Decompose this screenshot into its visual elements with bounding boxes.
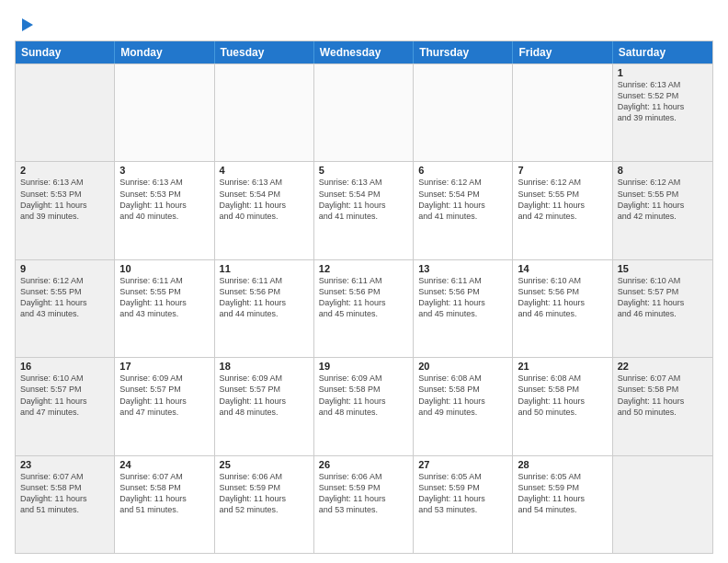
day-info: Sunrise: 6:11 AM Sunset: 5:55 PM Dayligh…: [119, 275, 209, 320]
day-number: 25: [220, 459, 309, 470]
calendar-cell: 10Sunrise: 6:11 AM Sunset: 5:55 PM Dayli…: [115, 260, 214, 357]
calendar-grid: SundayMondayTuesdayWednesdayThursdayFrid…: [15, 40, 713, 554]
calendar-cell: 16Sunrise: 6:10 AM Sunset: 5:57 PM Dayli…: [16, 358, 115, 454]
day-number: 23: [20, 459, 109, 470]
weekday-header: Tuesday: [215, 41, 314, 63]
day-number: 24: [119, 459, 209, 470]
logo: [15, 15, 37, 35]
calendar-body: 1Sunrise: 6:13 AM Sunset: 5:52 PM Daylig…: [16, 63, 712, 553]
calendar-row: 9Sunrise: 6:12 AM Sunset: 5:55 PM Daylig…: [16, 259, 712, 357]
day-info: Sunrise: 6:13 AM Sunset: 5:54 PM Dayligh…: [319, 177, 408, 222]
calendar-cell: 27Sunrise: 6:05 AM Sunset: 5:59 PM Dayli…: [414, 456, 513, 553]
day-info: Sunrise: 6:12 AM Sunset: 5:55 PM Dayligh…: [618, 177, 708, 222]
day-number: 8: [618, 165, 708, 176]
weekday-header: Thursday: [414, 41, 513, 63]
day-number: 28: [518, 459, 607, 470]
calendar-row: 23Sunrise: 6:07 AM Sunset: 5:58 PM Dayli…: [16, 455, 712, 553]
day-info: Sunrise: 6:12 AM Sunset: 5:55 PM Dayligh…: [518, 177, 607, 222]
day-info: Sunrise: 6:08 AM Sunset: 5:58 PM Dayligh…: [518, 373, 607, 418]
calendar-cell: 17Sunrise: 6:09 AM Sunset: 5:57 PM Dayli…: [115, 358, 214, 454]
day-info: Sunrise: 6:09 AM Sunset: 5:57 PM Dayligh…: [119, 373, 209, 418]
calendar-cell: 25Sunrise: 6:06 AM Sunset: 5:59 PM Dayli…: [215, 456, 314, 553]
day-info: Sunrise: 6:07 AM Sunset: 5:58 PM Dayligh…: [618, 373, 708, 418]
calendar-cell: 23Sunrise: 6:07 AM Sunset: 5:58 PM Dayli…: [16, 456, 115, 553]
day-info: Sunrise: 6:06 AM Sunset: 5:59 PM Dayligh…: [319, 471, 408, 516]
day-number: 18: [220, 361, 309, 372]
calendar-cell: [613, 456, 712, 553]
weekday-header: Wednesday: [314, 41, 414, 63]
day-number: 5: [319, 165, 408, 176]
day-number: 12: [319, 263, 408, 274]
calendar-cell: [414, 64, 513, 161]
day-number: 10: [119, 263, 209, 274]
day-number: 4: [220, 165, 309, 176]
calendar-cell: 7Sunrise: 6:12 AM Sunset: 5:55 PM Daylig…: [513, 162, 612, 259]
calendar-cell: 28Sunrise: 6:05 AM Sunset: 5:59 PM Dayli…: [513, 456, 612, 553]
day-number: 27: [418, 459, 507, 470]
calendar-cell: 21Sunrise: 6:08 AM Sunset: 5:58 PM Dayli…: [513, 358, 612, 454]
day-number: 7: [518, 165, 607, 176]
calendar-cell: 14Sunrise: 6:10 AM Sunset: 5:56 PM Dayli…: [513, 260, 612, 357]
calendar-cell: 11Sunrise: 6:11 AM Sunset: 5:56 PM Dayli…: [215, 260, 314, 357]
calendar-cell: 3Sunrise: 6:13 AM Sunset: 5:53 PM Daylig…: [115, 162, 214, 259]
day-info: Sunrise: 6:11 AM Sunset: 5:56 PM Dayligh…: [220, 275, 309, 320]
calendar-cell: 20Sunrise: 6:08 AM Sunset: 5:58 PM Dayli…: [414, 358, 513, 454]
calendar-cell: 9Sunrise: 6:12 AM Sunset: 5:55 PM Daylig…: [16, 260, 115, 357]
day-number: 11: [220, 263, 309, 274]
day-number: 1: [618, 67, 708, 78]
weekday-header: Saturday: [613, 41, 712, 63]
day-number: 17: [119, 361, 209, 372]
calendar-cell: [215, 64, 314, 161]
day-info: Sunrise: 6:07 AM Sunset: 5:58 PM Dayligh…: [20, 471, 109, 516]
day-number: 19: [319, 361, 408, 372]
calendar-cell: 22Sunrise: 6:07 AM Sunset: 5:58 PM Dayli…: [613, 358, 712, 454]
day-info: Sunrise: 6:13 AM Sunset: 5:53 PM Dayligh…: [20, 177, 109, 222]
page-header: [15, 11, 713, 35]
logo-icon: [17, 15, 37, 35]
day-number: 14: [518, 263, 607, 274]
day-info: Sunrise: 6:05 AM Sunset: 5:59 PM Dayligh…: [418, 471, 507, 516]
day-info: Sunrise: 6:10 AM Sunset: 5:57 PM Dayligh…: [20, 373, 109, 418]
day-info: Sunrise: 6:10 AM Sunset: 5:56 PM Dayligh…: [518, 275, 607, 320]
calendar-cell: 13Sunrise: 6:11 AM Sunset: 5:56 PM Dayli…: [414, 260, 513, 357]
calendar-cell: 2Sunrise: 6:13 AM Sunset: 5:53 PM Daylig…: [16, 162, 115, 259]
calendar-cell: [513, 64, 612, 161]
calendar-cell: [16, 64, 115, 161]
calendar-cell: 15Sunrise: 6:10 AM Sunset: 5:57 PM Dayli…: [613, 260, 712, 357]
day-number: 15: [618, 263, 708, 274]
calendar-cell: 19Sunrise: 6:09 AM Sunset: 5:58 PM Dayli…: [314, 358, 414, 454]
calendar-cell: 18Sunrise: 6:09 AM Sunset: 5:57 PM Dayli…: [215, 358, 314, 454]
day-info: Sunrise: 6:13 AM Sunset: 5:53 PM Dayligh…: [119, 177, 209, 222]
day-info: Sunrise: 6:11 AM Sunset: 5:56 PM Dayligh…: [319, 275, 408, 320]
day-info: Sunrise: 6:13 AM Sunset: 5:54 PM Dayligh…: [220, 177, 309, 222]
day-info: Sunrise: 6:13 AM Sunset: 5:52 PM Dayligh…: [618, 79, 708, 124]
calendar-cell: 24Sunrise: 6:07 AM Sunset: 5:58 PM Dayli…: [115, 456, 214, 553]
calendar-cell: 6Sunrise: 6:12 AM Sunset: 5:54 PM Daylig…: [414, 162, 513, 259]
day-number: 26: [319, 459, 408, 470]
day-number: 6: [418, 165, 507, 176]
weekday-header: Sunday: [16, 41, 115, 63]
day-info: Sunrise: 6:09 AM Sunset: 5:58 PM Dayligh…: [319, 373, 408, 418]
calendar-row: 1Sunrise: 6:13 AM Sunset: 5:52 PM Daylig…: [16, 63, 712, 161]
calendar-cell: [115, 64, 214, 161]
day-info: Sunrise: 6:05 AM Sunset: 5:59 PM Dayligh…: [518, 471, 607, 516]
day-number: 21: [518, 361, 607, 372]
day-info: Sunrise: 6:07 AM Sunset: 5:58 PM Dayligh…: [119, 471, 209, 516]
day-number: 20: [418, 361, 507, 372]
day-number: 22: [618, 361, 708, 372]
day-info: Sunrise: 6:11 AM Sunset: 5:56 PM Dayligh…: [418, 275, 507, 320]
calendar-row: 2Sunrise: 6:13 AM Sunset: 5:53 PM Daylig…: [16, 161, 712, 259]
calendar-cell: 5Sunrise: 6:13 AM Sunset: 5:54 PM Daylig…: [314, 162, 414, 259]
calendar-cell: 12Sunrise: 6:11 AM Sunset: 5:56 PM Dayli…: [314, 260, 414, 357]
day-info: Sunrise: 6:09 AM Sunset: 5:57 PM Dayligh…: [220, 373, 309, 418]
day-number: 16: [20, 361, 109, 372]
weekday-header: Friday: [513, 41, 612, 63]
day-number: 2: [20, 165, 109, 176]
day-number: 13: [418, 263, 507, 274]
day-info: Sunrise: 6:12 AM Sunset: 5:55 PM Dayligh…: [20, 275, 109, 320]
calendar-cell: 4Sunrise: 6:13 AM Sunset: 5:54 PM Daylig…: [215, 162, 314, 259]
calendar-row: 16Sunrise: 6:10 AM Sunset: 5:57 PM Dayli…: [16, 357, 712, 454]
weekday-header: Monday: [115, 41, 214, 63]
calendar-cell: [314, 64, 414, 161]
calendar-cell: 26Sunrise: 6:06 AM Sunset: 5:59 PM Dayli…: [314, 456, 414, 553]
